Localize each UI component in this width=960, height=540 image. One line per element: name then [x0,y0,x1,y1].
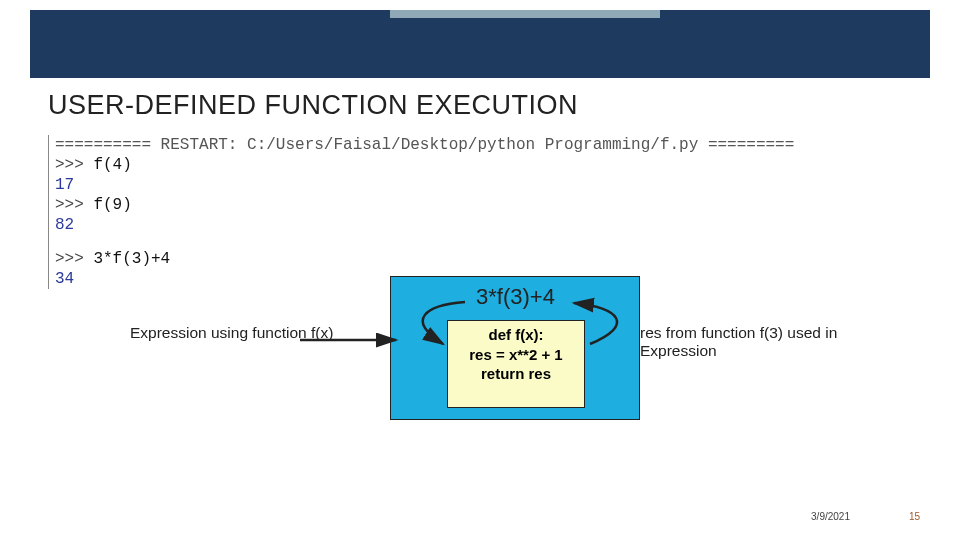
right-caption: res from function f(3) used in Expressio… [640,324,900,360]
accent-seg-2 [390,10,660,18]
prompt: >>> [55,250,93,268]
diagram-expression: 3*f(3)+4 [476,284,555,310]
arrow-left-icon [300,332,410,348]
arrow-into-def-icon [395,300,475,360]
call-1: f(4) [93,156,131,174]
restart-line: ========== RESTART: C:/Users/Faisal/Desk… [55,135,794,155]
out-1: 17 [55,175,794,195]
def-line-3: return res [448,364,584,384]
prompt: >>> [55,156,93,174]
repl-line-2: >>> f(9) [55,195,794,215]
title-band [30,18,930,78]
arrow-out-of-def-icon [560,300,650,360]
call-2: f(9) [93,196,131,214]
accent-seg-1 [30,10,390,18]
slide-title: USER-DEFINED FUNCTION EXECUTION [48,90,578,121]
repl-line-3: >>> 3*f(3)+4 [55,249,794,269]
repl-line-1: >>> f(4) [55,155,794,175]
accent-bar [30,10,930,18]
footer-date: 3/9/2021 [811,511,850,522]
call-3: 3*f(3)+4 [93,250,170,268]
prompt: >>> [55,196,93,214]
out-2: 82 [55,215,794,235]
accent-seg-3 [660,10,930,18]
repl-transcript: ========== RESTART: C:/Users/Faisal/Desk… [48,135,794,289]
footer-page-number: 15 [909,511,920,522]
